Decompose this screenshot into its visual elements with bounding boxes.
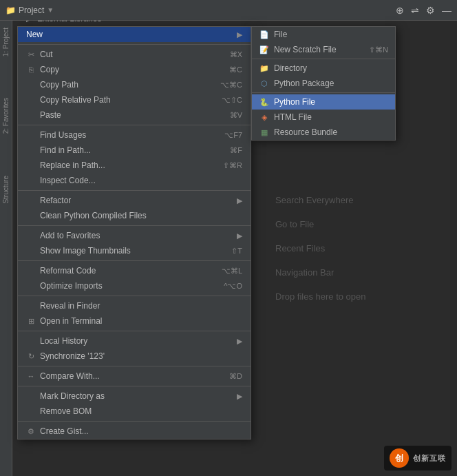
shortcut-copy-relative: ⌥⇧C [222,96,242,105]
menu-item-find-in-path[interactable]: Find in Path... ⌘F [18,143,251,158]
submenu-item-python-package[interactable]: ⬡ Python Package [252,76,395,91]
menu-item-inspect-code[interactable]: Inspect Code... [18,173,251,188]
menu-item-reveal-finder[interactable]: Reveal in Finder [18,298,251,313]
shortcut-copy-path: ⌥⌘C [220,81,242,90]
menu-label-clean-python: Clean Python Compiled Files [40,211,147,220]
separator-1 [18,44,251,45]
menu-item-copy-path[interactable]: Copy Path ⌥⌘C [18,77,251,92]
toolbar-icons: ⊕ ⇌ ⚙ — [396,5,451,16]
submenu-arrow-new: ▶ [237,30,242,39]
watermark: 创 创新互联 [384,446,451,470]
menu-item-remove-bom[interactable]: Remove BOM [18,404,251,419]
toolbar-icon-layout[interactable]: ⇌ [411,5,419,16]
submenu-item-resource-bundle[interactable]: ▦ Resource Bundle [252,125,395,140]
toolbar: 📁 Project ▼ ⊕ ⇌ ⚙ — [0,0,457,21]
html-icon: ◈ [259,113,270,122]
menu-item-show-thumbnails[interactable]: Show Image Thumbnails ⇧T [18,243,251,258]
toolbar-icon-minimize[interactable]: — [442,5,451,16]
submenu-new: 📄 File 📝 New Scratch File ⇧⌘N 📁 Director… [251,26,396,141]
toolbar-dropdown-icon[interactable]: ▼ [47,6,54,14]
submenu-arrow-refactor: ▶ [237,196,242,205]
side-panel-labels: 1: Project 2: Favorites Structure [0,21,12,476]
menu-item-optimize-imports[interactable]: Optimize Imports ^⌥O [18,278,251,293]
shortcut-thumbnails: ⇧T [231,247,242,256]
toolbar-icon-add[interactable]: ⊕ [396,5,404,16]
project-folder-icon: 📁 [6,6,16,15]
menu-item-mark-directory[interactable]: Mark Directory as ▶ [18,389,251,404]
shortcut-paste: ⌘V [230,111,242,120]
submenu-label-python-package: Python Package [274,79,334,88]
submenu-label-html-file: HTML File [274,112,312,122]
menu-item-compare-with[interactable]: ↔ Compare With... ⌘D [18,369,251,384]
separator-9 [18,386,251,386]
right-text-nav: Navigation Bar [275,267,334,278]
menu-item-open-terminal[interactable]: ⊞ Open in Terminal [18,313,251,329]
menu-item-reformat[interactable]: Reformat Code ⌥⌘L [18,263,251,278]
right-text-recent: Recent Files [275,243,325,253]
submenu-item-html-file[interactable]: ◈ HTML File [252,110,395,125]
toolbar-icon-settings[interactable]: ⚙ [426,5,435,16]
shortcut-replace: ⇧⌘R [223,161,242,170]
submenu-label-file: File [274,30,287,39]
menu-item-local-history[interactable]: Local History ▶ [18,333,251,349]
menu-label-local-history: Local History [40,336,87,346]
submenu-sep-2 [252,92,395,93]
submenu-sep-1 [252,59,395,59]
submenu-arrow-mark: ▶ [237,392,242,401]
menu-item-cut[interactable]: ✂ Cut ⌘X [18,47,251,62]
menu-item-copy-relative-path[interactable]: Copy Relative Path ⌥⇧C [18,92,251,107]
menu-label-refactor: Refactor [40,196,71,205]
toolbar-project-label: Project [19,6,44,15]
submenu-item-python-file[interactable]: 🐍 Python File [252,94,395,110]
submenu-label-python-file: Python File [274,97,315,107]
menu-label-show-thumbnails: Show Image Thumbnails [40,246,131,256]
submenu-label-resource-bundle: Resource Bundle [274,127,337,137]
side-label-structure[interactable]: Structure [2,176,10,204]
menu-item-replace-in-path[interactable]: Replace in Path... ⇧⌘R [18,158,251,173]
menu-label-create-gist: Create Gist... [40,426,89,436]
menu-label-copy: Copy [40,65,59,74]
menu-item-new[interactable]: New ▶ [18,27,251,42]
file-icon: 📄 [259,30,270,39]
menu-label-open-terminal: Open in Terminal [40,316,103,326]
shortcut-scratch: ⇧⌘N [369,45,388,54]
menu-item-clean-python[interactable]: Clean Python Compiled Files [18,208,251,223]
menu-item-find-usages[interactable]: Find Usages ⌥F7 [18,127,251,143]
shortcut-find-usages: ⌥F7 [224,131,242,140]
menu-label-reformat: Reformat Code [40,266,96,276]
menu-label-find-usages: Find Usages [40,130,86,140]
copy-icon: ⎘ [26,65,36,74]
separator-5 [18,260,251,261]
py-file-icon: 🐍 [259,98,270,107]
watermark-logo: 创 [390,448,409,468]
toolbar-title: 📁 Project ▼ [6,6,54,15]
menu-item-add-favorites[interactable]: Add to Favorites ▶ [18,228,251,243]
separator-10 [18,421,251,422]
menu-item-paste[interactable]: Paste ⌘V [18,107,251,123]
menu-item-create-gist[interactable]: ⚙ Create Gist... [18,424,251,439]
right-text-goto: Go to File [275,219,314,229]
shortcut-cut: ⌘X [230,50,242,59]
shortcut-reformat: ⌥⌘L [222,267,242,276]
menu-label-mark-directory: Mark Directory as [40,391,105,401]
submenu-label-directory: Directory [274,63,307,73]
py-package-icon: ⬡ [259,79,270,88]
sync-icon: ↻ [26,352,36,361]
resource-bundle-icon: ▦ [259,128,270,137]
menu-item-refactor[interactable]: Refactor ▶ [18,193,251,208]
terminal-icon: ⊞ [26,317,36,326]
compare-icon: ↔ [26,372,36,380]
right-text-drop: Drop files here to open [275,291,366,302]
submenu-item-directory[interactable]: 📁 Directory [252,61,395,76]
menu-item-synchronize[interactable]: ↻ Synchronize '123' [18,349,251,364]
gist-icon: ⚙ [26,427,36,436]
submenu-item-scratch-file[interactable]: 📝 New Scratch File ⇧⌘N [252,42,395,57]
submenu-label-scratch-file: New Scratch File [274,45,337,54]
submenu-item-file[interactable]: 📄 File [252,27,395,42]
watermark-logo-text: 创 [395,453,403,464]
menu-label-reveal-finder: Reveal in Finder [40,301,100,311]
side-label-project[interactable]: 1: Project [2,28,10,56]
menu-item-copy[interactable]: ⎘ Copy ⌘C [18,62,251,77]
side-label-favorites[interactable]: 2: Favorites [2,98,10,134]
menu-label-inspect-code: Inspect Code... [40,176,96,185]
